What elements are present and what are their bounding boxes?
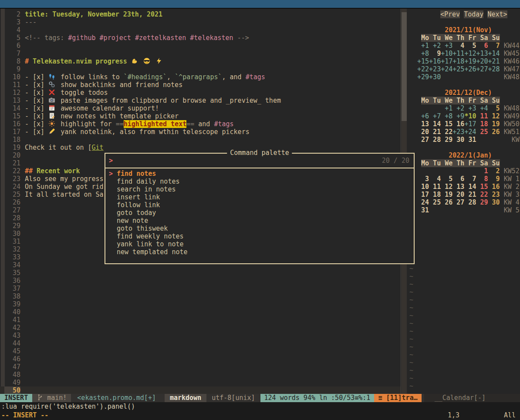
calendar-day-cell[interactable]: +21 — [488, 57, 500, 65]
calendar-day-cell[interactable]: 11 — [476, 112, 488, 120]
palette-item[interactable]: find weekly notes — [105, 232, 414, 240]
calendar-next-button[interactable]: Next> — [487, 10, 507, 18]
calendar-day-cell[interactable]: 26 — [441, 198, 452, 206]
calendar-day-cell[interactable]: 7 — [488, 42, 500, 50]
calendar-day-cell[interactable]: 16 — [488, 183, 500, 191]
calendar-day-cell[interactable]: +12 — [464, 50, 476, 57]
calendar-day-cell[interactable]: 9 — [488, 175, 500, 183]
calendar-day-cell[interactable]: 4 — [429, 175, 441, 183]
buffer-tab-segment[interactable]: ≡ [11]tra… — [374, 394, 421, 402]
calendar-day-cell[interactable]: +23 — [429, 65, 441, 73]
calendar-day-cell[interactable]: 5 — [488, 104, 500, 112]
calendar-day-cell[interactable]: 16 — [452, 120, 464, 128]
calendar-day-cell[interactable]: 11 — [429, 183, 441, 191]
calendar-today-button[interactable]: Today — [464, 10, 483, 18]
calendar-day-cell[interactable]: *10 — [464, 112, 476, 120]
calendar-day-cell[interactable]: 19 — [441, 191, 452, 198]
calendar-day-cell[interactable]: 20 — [417, 128, 429, 136]
calendar-day-cell[interactable]: 18 — [476, 120, 488, 128]
palette-item[interactable]: new note — [105, 217, 414, 225]
calendar-day-cell[interactable]: +11 — [452, 50, 464, 57]
calendar-day-cell[interactable]: 4 — [452, 42, 464, 50]
palette-item[interactable]: insert link — [105, 193, 414, 201]
calendar-day-cell[interactable]: +14 — [488, 50, 500, 57]
calendar-day-cell[interactable]: 30 — [488, 198, 500, 206]
palette-item[interactable]: goto thisweek — [105, 225, 414, 232]
calendar-day-cell[interactable]: +1 — [441, 104, 452, 112]
git-branch-segment[interactable]: main! — [32, 394, 71, 402]
calendar-day-cell[interactable]: +3 — [464, 104, 476, 112]
palette-item[interactable]: new templated note — [105, 248, 414, 256]
calendar-day-cell[interactable]: +29 — [417, 73, 429, 81]
calendar-day-cell[interactable]: 29 — [441, 136, 452, 144]
calendar-day-cell[interactable]: +22 — [417, 65, 429, 73]
calendar-day-cell[interactable]: 30 — [452, 136, 464, 144]
calendar-day-cell[interactable]: +10 — [441, 50, 452, 57]
calendar-day-cell[interactable]: 21 — [429, 128, 441, 136]
palette-item[interactable]: goto today — [105, 209, 414, 217]
calendar-day-cell[interactable]: +8 — [441, 112, 452, 120]
calendar-day-cell[interactable]: +17 — [464, 120, 476, 128]
calendar-day-cell[interactable]: +20 — [476, 57, 488, 65]
calendar-day-cell[interactable]: 15 — [476, 183, 488, 191]
calendar-day-cell[interactable]: 13 — [417, 120, 429, 128]
calendar-day-cell[interactable]: +25 — [452, 65, 464, 73]
scrollbar-thumb[interactable] — [402, 12, 407, 121]
calendar-day-cell[interactable]: 1 — [476, 167, 488, 175]
calendar-day-cell[interactable]: +24 — [464, 128, 476, 136]
calendar-day-cell[interactable]: 2 — [488, 167, 500, 175]
palette-item[interactable]: search in notes — [105, 185, 414, 193]
calendar-day-cell[interactable]: +6 — [417, 112, 429, 120]
calendar-day-cell[interactable]: +23 — [452, 128, 464, 136]
calendar-day-cell[interactable]: 15 — [441, 120, 452, 128]
calendar-day-cell[interactable]: 28 — [464, 198, 476, 206]
calendar-day-cell[interactable]: +3 — [441, 42, 452, 50]
calendar-day-cell[interactable]: 31 — [417, 206, 429, 214]
calendar-day-cell[interactable]: +2 — [429, 42, 441, 50]
calendar-day-cell[interactable]: 6 — [452, 175, 464, 183]
calendar-day-cell[interactable]: 27 — [417, 136, 429, 144]
calendar-day-cell[interactable]: +1 — [417, 42, 429, 50]
calendar-day-cell[interactable]: 5 — [441, 175, 452, 183]
calendar-day-cell[interactable]: 23 — [488, 191, 500, 198]
calendar-day-cell[interactable]: 10 — [417, 183, 429, 191]
calendar-day-cell[interactable]: 14 — [464, 183, 476, 191]
calendar-day-cell[interactable]: +16 — [429, 57, 441, 65]
calendar-day-cell[interactable]: +17 — [441, 57, 452, 65]
calendar-day-cell[interactable]: 31 — [464, 136, 476, 144]
calendar-day-cell[interactable]: 28 — [429, 136, 441, 144]
calendar-day-cell[interactable]: +2 — [452, 104, 464, 112]
palette-item[interactable]: >find notes — [105, 170, 414, 178]
calendar-day-cell[interactable]: 5 — [464, 42, 476, 50]
calendar-day-cell[interactable]: 14 — [429, 120, 441, 128]
calendar-day-cell[interactable]: 8 — [476, 175, 488, 183]
calendar-day-cell[interactable]: 7 — [464, 175, 476, 183]
calendar-day-cell[interactable]: +26 — [464, 65, 476, 73]
calendar-day-cell[interactable]: 29 — [476, 198, 488, 206]
calendar-day-cell[interactable]: 3 — [417, 175, 429, 183]
calendar-day-cell[interactable]: +15 — [417, 57, 429, 65]
calendar-day-cell[interactable]: +30 — [429, 73, 441, 81]
calendar-day-cell[interactable]: 22 — [476, 191, 488, 198]
calendar-day-cell[interactable]: 19 — [488, 120, 500, 128]
calendar-day-cell[interactable]: 22 — [441, 128, 452, 136]
palette-prompt-box[interactable]: Command palette > 20 / 20 — [105, 153, 415, 168]
calendar-day-cell[interactable]: +9 — [452, 112, 464, 120]
calendar-day-cell[interactable]: +19 — [464, 57, 476, 65]
palette-item[interactable]: yank link to note — [105, 240, 414, 248]
calendar-day-cell[interactable]: 24 — [417, 198, 429, 206]
calendar-day-cell[interactable]: 21 — [464, 191, 476, 198]
palette-item[interactable]: find daily notes — [105, 178, 414, 185]
calendar-day-cell[interactable]: 12 — [441, 183, 452, 191]
calendar-day-cell[interactable]: 12 — [488, 112, 500, 120]
calendar-day-cell[interactable]: +13 — [476, 50, 488, 57]
calendar-day-cell[interactable]: 25 — [429, 198, 441, 206]
calendar-day-cell[interactable]: +7 — [429, 112, 441, 120]
calendar-day-cell[interactable]: 20 — [452, 191, 464, 198]
calendar-day-cell[interactable]: 26 — [488, 128, 500, 136]
calendar-day-cell[interactable]: 27 — [452, 198, 464, 206]
filename-segment[interactable]: <ekasten.promo.md[+] — [71, 394, 162, 402]
calendar-day-cell[interactable]: 18 — [429, 191, 441, 198]
calendar-day-cell[interactable]: +24 — [441, 65, 452, 73]
calendar-day-cell[interactable]: 13 — [452, 183, 464, 191]
